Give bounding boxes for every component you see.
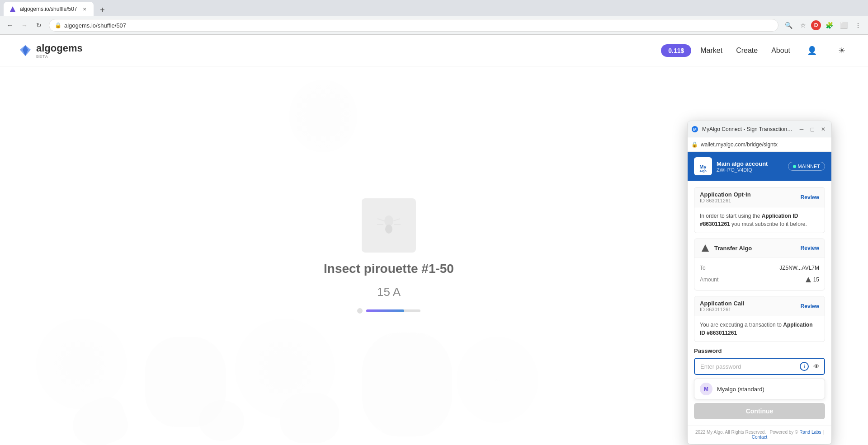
theme-toggle-btn[interactable]: ☀ xyxy=(834,42,850,59)
navbar: algogems BETA 0.11$ Market Create About … xyxy=(0,35,868,66)
app-optin-id: ID 863011261 xyxy=(700,198,751,203)
password-section: Password i 👁 M Myalgo (standard) xyxy=(694,347,825,419)
password-info-icon[interactable]: i xyxy=(800,362,809,371)
app-optin-header: Application Opt-In ID 863011261 Review xyxy=(694,187,825,207)
create-link[interactable]: Create xyxy=(736,47,758,55)
app-call-id: ID 863011261 xyxy=(700,307,744,312)
app-optin-title-group: Application Opt-In ID 863011261 xyxy=(700,191,751,203)
myalgo-logo-icon: My Algo xyxy=(696,159,710,173)
about-link[interactable]: About xyxy=(771,47,790,55)
lock-icon: 🔒 xyxy=(55,22,61,28)
modal-account-name: Main algo account xyxy=(717,160,783,167)
market-link[interactable]: Market xyxy=(700,47,722,55)
tx-amount-number: 15 xyxy=(813,276,819,284)
logo-text: algogems xyxy=(36,42,83,54)
myalgo-modal: M MyAlgo Connect - Sign Transaction - Go… xyxy=(687,121,832,445)
app-optin-highlight: Application ID #863011261 xyxy=(700,213,798,227)
tx-amount-label: Amount xyxy=(700,276,718,284)
transfer-section: Transfer Algo Review To JZ5NW...AVL7M Am… xyxy=(694,239,825,290)
tx-to-label: To xyxy=(700,264,706,272)
password-input-wrapper: i 👁 xyxy=(694,358,825,375)
modal-minimize-btn[interactable]: ─ xyxy=(797,125,806,134)
svg-marker-15 xyxy=(806,277,811,282)
tab-close-btn[interactable]: ✕ xyxy=(81,5,88,13)
transfer-header: Transfer Algo Review xyxy=(694,239,825,258)
footer-copyright: 2022 My Algo. All Rights Reserved. xyxy=(695,430,766,435)
browser-toolbar: ← → ↻ 🔒 algogems.io/shuffle/507 🔍 ☆ D 🧩 … xyxy=(0,16,868,34)
svg-text:Algo: Algo xyxy=(699,169,707,173)
app-call-title: Application Call xyxy=(700,300,744,307)
continue-button[interactable]: Continue xyxy=(694,403,825,419)
modal-lock-icon: 🔒 xyxy=(691,141,698,148)
modal-account-id: ZWH7O_V4DIQ xyxy=(717,167,783,173)
modal-title-text: MyAlgo Connect - Sign Transaction - Goog… xyxy=(702,126,793,132)
tab-favicon xyxy=(9,5,16,13)
app-call-section: Application Call ID 863011261 Review You… xyxy=(694,296,825,342)
back-button[interactable]: ← xyxy=(4,19,16,32)
app-optin-title: Application Opt-In xyxy=(700,191,751,198)
transfer-review-link[interactable]: Review xyxy=(801,245,819,251)
tab-bar: algogems.io/shuffle/507 ✕ + xyxy=(0,0,868,16)
browser-chrome: algogems.io/shuffle/507 ✕ + ← → ↻ 🔒 algo… xyxy=(0,0,868,35)
modal-close-btn[interactable]: ✕ xyxy=(819,125,828,134)
modal-footer: 2022 My Algo. All Rights Reserved. Power… xyxy=(688,426,831,444)
password-icons: i 👁 xyxy=(800,361,821,371)
network-status-dot xyxy=(793,165,796,168)
address-text: algogems.io/shuffle/507 xyxy=(64,22,773,29)
app-call-header: Application Call ID 863011261 Review xyxy=(694,296,825,316)
autofill-name: Myalgo (standard) xyxy=(717,386,764,393)
ext-puzzle-btn[interactable]: 🧩 xyxy=(823,19,835,32)
app-optin-review-link[interactable]: Review xyxy=(801,194,819,201)
address-bar[interactable]: 🔒 algogems.io/shuffle/507 xyxy=(49,19,778,32)
bookmark-ext-btn[interactable]: ☆ xyxy=(797,19,809,32)
modal-window-buttons: ─ ◻ ✕ xyxy=(797,125,828,134)
browser-tab-active[interactable]: algogems.io/shuffle/507 ✕ xyxy=(4,2,94,16)
tab-title: algogems.io/shuffle/507 xyxy=(20,6,77,12)
app-call-highlight: Application ID #863011261 xyxy=(700,322,813,336)
algo-price-button[interactable]: 0.11$ xyxy=(661,44,691,57)
nav-buttons: ← → ↻ xyxy=(4,19,45,32)
password-reveal-icon[interactable]: 👁 xyxy=(811,361,821,371)
app-optin-body: In order to start using the Application … xyxy=(694,207,825,233)
search-ext-btn[interactable]: 🔍 xyxy=(782,19,795,32)
modal-account-info: Main algo account ZWH7O_V4DIQ xyxy=(717,160,783,173)
modal-address-text: wallet.myalgo.com/bridge/signtx xyxy=(701,141,778,148)
myalgo-logo: My Algo xyxy=(694,157,712,175)
svg-text:My: My xyxy=(699,164,707,169)
profile-icon-btn[interactable]: D xyxy=(811,20,821,30)
main-area: Insect pirouette #1-50 15 A M MyAlgo Con… xyxy=(0,66,868,445)
more-options-btn[interactable]: ⋮ xyxy=(852,19,864,32)
network-label: MAINNET xyxy=(798,164,821,169)
browser-extensions: 🔍 ☆ D 🧩 ⬜ ⋮ xyxy=(782,19,864,32)
password-label: Password xyxy=(694,347,825,354)
navbar-links: Market Create About 👤 ☀ xyxy=(700,42,850,59)
transfer-body: To JZ5NW...AVL7M Amount 15 xyxy=(694,258,825,290)
logo-diamond-icon xyxy=(18,43,33,58)
user-profile-btn[interactable]: 👤 xyxy=(804,42,820,59)
page-content: algogems BETA 0.11$ Market Create About … xyxy=(0,35,868,445)
new-tab-btn[interactable]: + xyxy=(96,4,109,16)
app-call-title-group: Application Call ID 863011261 xyxy=(700,300,744,312)
svg-text:M: M xyxy=(693,127,697,132)
reload-button[interactable]: ↻ xyxy=(33,19,45,32)
modal-network-badge: MAINNET xyxy=(788,162,826,171)
modal-addressbar: 🔒 wallet.myalgo.com/bridge/signtx xyxy=(688,137,831,152)
navbar-logo[interactable]: algogems BETA xyxy=(18,42,83,59)
algo-transfer-icon xyxy=(700,243,711,253)
svg-marker-14 xyxy=(702,244,709,252)
autofill-avatar: M xyxy=(700,383,712,395)
transfer-title-group: Transfer Algo xyxy=(700,243,752,253)
modal-restore-btn[interactable]: ◻ xyxy=(808,125,817,134)
forward-button[interactable]: → xyxy=(18,19,31,32)
modal-body: Application Opt-In ID 863011261 Review I… xyxy=(688,181,831,426)
autofill-dropdown[interactable]: M Myalgo (standard) xyxy=(694,379,825,399)
rand-labs-link[interactable]: Rand Labs xyxy=(799,430,821,435)
app-call-review-link[interactable]: Review xyxy=(801,303,819,309)
contact-link[interactable]: Contact xyxy=(752,435,767,440)
algo-amount-icon xyxy=(805,276,811,283)
logo-beta: BETA xyxy=(36,54,83,59)
ext-square-btn[interactable]: ⬜ xyxy=(837,19,850,32)
modal-favicon: M xyxy=(691,126,698,133)
logo-text-group: algogems BETA xyxy=(36,42,83,59)
modal-overlay: M MyAlgo Connect - Sign Transaction - Go… xyxy=(0,66,868,445)
